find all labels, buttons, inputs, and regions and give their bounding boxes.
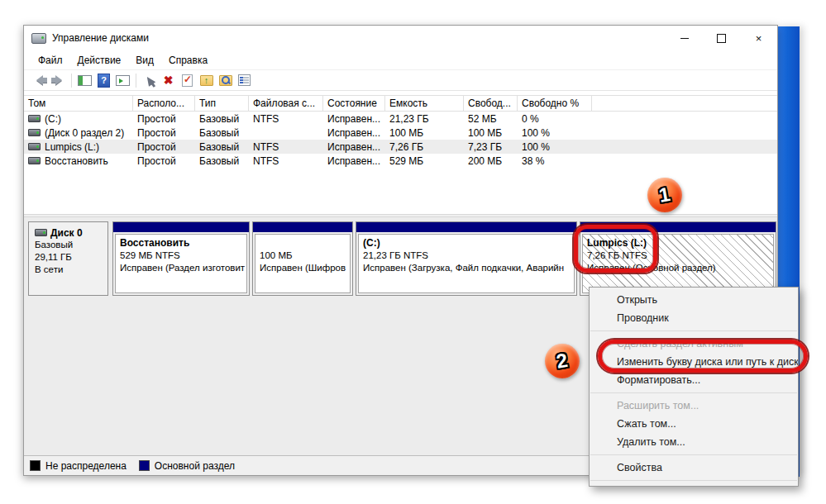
partition-color-bar (253, 222, 352, 232)
unallocated-label: Не распределена (45, 460, 127, 472)
window-title: Управление дисками (52, 32, 149, 44)
help-icon: ? (98, 74, 110, 88)
partition-c[interactable]: (C:) 21,23 ГБ NTFS Исправен (Загрузка, Ф… (356, 221, 577, 296)
menu-item-open[interactable]: Открыть (590, 291, 798, 309)
help-button[interactable]: ? (95, 72, 112, 88)
menu-item-explorer[interactable]: Проводник (590, 309, 798, 327)
folder-search-icon (219, 75, 232, 86)
callout-step-1: 1 (647, 178, 682, 212)
pointer-icon (143, 74, 155, 87)
table-row[interactable]: (C:) Простой Базовый NTFS Исправен... 21… (24, 112, 777, 126)
volume-list-view-icon (78, 75, 92, 86)
minimize-icon (680, 38, 689, 39)
menu-item-shrink-volume[interactable]: Сжать том... (590, 415, 798, 433)
disk-status: В сети (35, 264, 107, 276)
column-header-type[interactable]: Тип (195, 96, 249, 111)
menu-help[interactable]: Справка (161, 52, 215, 69)
menu-item-extend-volume: Расширить том... (590, 397, 798, 415)
back-icon (36, 75, 43, 85)
disk-type: Базовый (35, 239, 107, 251)
primary-partition-label: Основной раздел (155, 460, 235, 472)
partition-color-bar (356, 222, 576, 232)
menu-item-delete-volume[interactable]: Удалить том... (590, 433, 798, 451)
task-list-icon (238, 74, 251, 86)
highlight-ring-change-letter (598, 340, 808, 373)
menu-item-properties[interactable]: Свойства (590, 459, 798, 477)
close-icon: × (756, 32, 762, 45)
callout-step-2: 2 (545, 344, 580, 378)
screenshot-canvas: Управление дисками × Файл Действие Вид С… (0, 0, 826, 504)
folder-up-button[interactable]: ↑ (198, 72, 215, 88)
check-document-icon: ✓ (182, 74, 193, 87)
toolbar: ? ✖ ✓ ↑ (24, 69, 777, 91)
graphical-view-button[interactable] (114, 72, 131, 88)
menu-item-format[interactable]: Форматировать... (590, 371, 798, 389)
column-header-free[interactable]: Свобод... (464, 96, 518, 111)
partition-color-bar (113, 222, 249, 232)
maximize-button[interactable] (703, 26, 740, 50)
column-header-status[interactable]: Состояние (323, 96, 385, 111)
table-row-selected[interactable]: Lumpics (L:) Простой Базовый NTFS Исправ… (24, 140, 777, 154)
properties-check-button[interactable]: ✓ (179, 72, 196, 88)
folder-up-icon: ↑ (200, 75, 213, 86)
titlebar: Управление дисками × (24, 26, 777, 50)
forward-icon (55, 75, 62, 85)
toolbar-separator (71, 74, 72, 88)
disk-size: 29,11 ГБ (35, 251, 107, 264)
caption-buttons: × (666, 26, 777, 50)
menu-action[interactable]: Действие (70, 52, 129, 69)
partition-recovery[interactable]: Восстановить 529 МБ NTFS Исправен (Разде… (112, 221, 250, 296)
close-button[interactable]: × (740, 26, 777, 50)
menu-separator (590, 454, 797, 455)
volume-icon (28, 143, 41, 150)
task-list-button[interactable] (236, 72, 253, 88)
volume-icon (28, 129, 41, 136)
volume-icon (28, 115, 41, 122)
disk-name: Диск 0 (50, 227, 83, 239)
volume-list-header: Том Располо... Тип Файловая с... Состоян… (24, 95, 777, 112)
highlight-ring-lumpics (574, 225, 657, 273)
column-header-capacity[interactable]: Емкость (385, 96, 464, 111)
menu-separator (590, 480, 797, 481)
partition-system-100mb[interactable]: 100 МБ Исправен (Шифров (252, 221, 353, 296)
volume-icon (28, 157, 41, 164)
column-header-filler (592, 96, 777, 111)
menu-separator (590, 330, 797, 331)
column-header-volume[interactable]: Том (24, 96, 133, 111)
maximize-icon (717, 34, 726, 43)
delete-button[interactable]: ✖ (160, 72, 177, 88)
folder-explore-button[interactable] (217, 72, 234, 88)
app-icon (31, 33, 46, 44)
context-menu: Открыть Проводник Сделать раздел активны… (589, 287, 799, 487)
toolbar-separator (136, 74, 136, 88)
minimize-button[interactable] (666, 26, 703, 50)
unallocated-swatch (30, 460, 41, 471)
menu-separator (590, 392, 797, 393)
menu-view[interactable]: Вид (128, 52, 161, 69)
volume-list-view-button[interactable] (76, 72, 93, 88)
disk-icon (35, 229, 47, 236)
column-header-free-percent[interactable]: Свободно % (518, 96, 592, 111)
volume-rows: (C:) Простой Базовый NTFS Исправен... 21… (24, 112, 777, 168)
menu-file[interactable]: Файл (31, 52, 70, 69)
menu-bar: Файл Действие Вид Справка (24, 50, 777, 69)
forward-button[interactable] (50, 72, 67, 88)
delete-icon: ✖ (164, 74, 174, 86)
disk0-panel[interactable]: Диск 0 Базовый 29,11 ГБ В сети (28, 221, 108, 296)
column-header-filesystem[interactable]: Файловая с... (249, 96, 323, 111)
table-row[interactable]: (Диск 0 раздел 2) Простой Базовый Исправ… (24, 126, 777, 140)
table-row[interactable]: Восстановить Простой Базовый NTFS Исправ… (24, 154, 777, 168)
graphical-view-icon (116, 75, 130, 86)
column-header-layout[interactable]: Располо... (133, 96, 195, 111)
back-button[interactable] (31, 72, 48, 88)
primary-partition-swatch (139, 460, 150, 471)
pointer-button[interactable] (141, 72, 158, 88)
